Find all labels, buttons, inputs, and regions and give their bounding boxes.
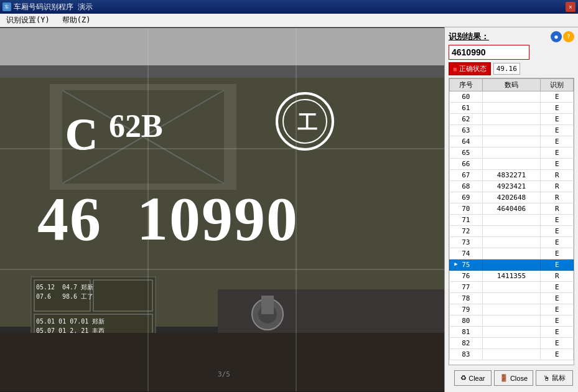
cell-seq: 82 xyxy=(450,338,483,349)
main-content: C 62B 工 46 10990 05.12 07.6 04.7 郑新 98.6 xyxy=(0,27,578,392)
table-body: 60E61E62E63E64E65E66E674832271R684923421… xyxy=(450,91,574,360)
table-row[interactable]: 674832271R xyxy=(450,170,574,181)
cell-code xyxy=(482,215,541,226)
table-row[interactable]: ▶75E xyxy=(450,259,574,271)
menu-help[interactable]: 帮助(Z) xyxy=(58,14,95,27)
close-button[interactable]: 🚪 Close xyxy=(494,370,533,386)
cell-seq: 77 xyxy=(450,282,483,293)
table-row[interactable]: 61E xyxy=(450,103,574,114)
table-row[interactable]: 81E xyxy=(450,327,574,338)
data-table-container: 序号 数码 识别 60E61E62E63E64E65E66E674832271R… xyxy=(449,78,574,365)
table-row[interactable]: 761411355R xyxy=(450,271,574,282)
title-bar: 车 车厢号码识别程序 演示 × xyxy=(0,0,578,14)
svg-text:07.6: 07.6 xyxy=(36,293,51,300)
cell-code xyxy=(482,282,541,293)
bottom-buttons: ♻ Clear 🚪 Close 🖱 鼠标 xyxy=(449,368,574,388)
status-square-icon: ■ xyxy=(453,65,457,73)
cell-recog: E xyxy=(541,327,574,338)
cell-recog: E xyxy=(541,147,574,159)
cell-code xyxy=(482,91,541,103)
table-row[interactable]: 65E xyxy=(450,147,574,159)
table-row[interactable]: 704640406R xyxy=(450,203,574,215)
cell-seq: 63 xyxy=(450,125,483,136)
cell-recog: E xyxy=(541,237,574,248)
col-seq: 序号 xyxy=(450,79,483,91)
cell-seq: 64 xyxy=(450,136,483,147)
table-row[interactable]: 66E xyxy=(450,159,574,170)
result-row xyxy=(449,45,574,60)
cell-recog: E xyxy=(541,282,574,293)
table-row[interactable]: 82E xyxy=(450,338,574,349)
top-right-row: 识别结果： ● ? xyxy=(449,31,574,42)
cell-recog: E xyxy=(541,259,574,271)
cell-seq: 65 xyxy=(450,147,483,159)
svg-text:10990: 10990 xyxy=(137,184,299,253)
cell-recog: E xyxy=(541,114,574,125)
cell-seq: 61 xyxy=(450,103,483,114)
cell-code xyxy=(482,248,541,259)
data-table: 序号 数码 识别 60E61E62E63E64E65E66E674832271R… xyxy=(449,78,574,360)
cell-code xyxy=(482,327,541,338)
clear-button[interactable]: ♻ Clear xyxy=(454,370,492,386)
cell-recog: E xyxy=(541,159,574,170)
table-row[interactable]: 684923421R xyxy=(450,181,574,192)
table-row[interactable]: 60E xyxy=(450,91,574,103)
icon-group: ● ? xyxy=(551,31,574,42)
help-icon[interactable]: ? xyxy=(563,31,574,42)
cell-recog: E xyxy=(541,338,574,349)
cell-seq: 68 xyxy=(450,181,483,192)
status-button[interactable]: ■ 正确状态 xyxy=(449,62,491,75)
info-icon[interactable]: ● xyxy=(551,31,562,42)
cell-seq: 79 xyxy=(450,304,483,315)
table-row[interactable]: 71E xyxy=(450,215,574,226)
cell-recog: E xyxy=(541,125,574,136)
table-row[interactable]: 77E xyxy=(450,282,574,293)
cell-seq: 71 xyxy=(450,215,483,226)
cell-seq: 74 xyxy=(450,248,483,259)
cell-code xyxy=(482,226,541,237)
cell-recog: E xyxy=(541,91,574,103)
table-row[interactable]: 73E xyxy=(450,237,574,248)
mouse-button[interactable]: 🖱 鼠标 xyxy=(536,370,573,386)
cell-seq: 60 xyxy=(450,91,483,103)
cell-recog: E xyxy=(541,315,574,327)
clear-icon: ♻ xyxy=(460,374,467,382)
cell-recog: E xyxy=(541,136,574,147)
table-row[interactable]: 83E xyxy=(450,349,574,360)
table-row[interactable]: 63E xyxy=(450,125,574,136)
cell-recog: R xyxy=(541,192,574,203)
table-row[interactable]: 64E xyxy=(450,136,574,147)
col-code: 数码 xyxy=(482,79,541,91)
cell-code: 1411355 xyxy=(482,271,541,282)
status-label: 正确状态 xyxy=(459,64,487,73)
result-input[interactable] xyxy=(449,45,529,60)
table-row[interactable]: 74E xyxy=(450,248,574,259)
cell-code xyxy=(482,349,541,360)
table-row[interactable]: 80E xyxy=(450,315,574,327)
table-row[interactable]: 72E xyxy=(450,226,574,237)
cell-code xyxy=(482,293,541,304)
train-image: C 62B 工 46 10990 05.12 07.6 04.7 郑新 98.6 xyxy=(0,27,444,392)
table-row[interactable]: 62E xyxy=(450,114,574,125)
image-area: C 62B 工 46 10990 05.12 07.6 04.7 郑新 98.6 xyxy=(0,27,444,392)
table-row[interactable]: 694202648R xyxy=(450,192,574,203)
app-icon: 车 xyxy=(2,2,11,11)
table-row[interactable]: 79E xyxy=(450,304,574,315)
cell-code xyxy=(482,315,541,327)
svg-text:05.01 01 07.01 郑新: 05.01 01 07.01 郑新 xyxy=(36,318,105,325)
right-panel: 识别结果： ● ? ■ 正确状态 49.16 序号 数码 xyxy=(444,27,578,392)
cell-recog: E xyxy=(541,293,574,304)
menu-settings[interactable]: 识别设置(Y) xyxy=(2,14,54,27)
cell-seq: 69 xyxy=(450,192,483,203)
col-recog: 识别 xyxy=(541,79,574,91)
window-close-button[interactable]: × xyxy=(566,2,576,12)
cell-code xyxy=(482,136,541,147)
cell-recog: E xyxy=(541,215,574,226)
cell-recog: R xyxy=(541,271,574,282)
table-row[interactable]: 78E xyxy=(450,293,574,304)
close-btn-icon: 🚪 xyxy=(500,374,508,382)
mouse-label: 鼠标 xyxy=(552,373,566,383)
cell-recog: E xyxy=(541,226,574,237)
table-header: 序号 数码 识别 xyxy=(450,79,574,91)
title-bar-left: 车 车厢号码识别程序 演示 xyxy=(2,2,93,12)
